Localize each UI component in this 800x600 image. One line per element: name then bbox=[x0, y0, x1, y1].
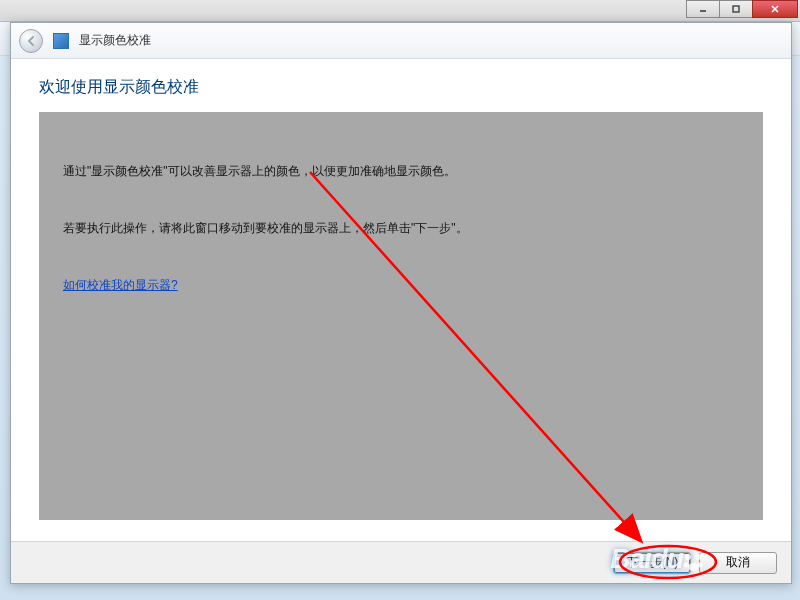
help-link[interactable]: 如何校准我的显示器? bbox=[63, 278, 178, 292]
dialog-title: 显示颜色校准 bbox=[79, 32, 151, 49]
maximize-icon bbox=[731, 4, 741, 14]
intro-paragraph-2: 若要执行此操作，请将此窗口移动到要校准的显示器上，然后单击"下一步"。 bbox=[63, 219, 739, 238]
next-button[interactable]: 下一步(N) bbox=[613, 552, 691, 574]
svg-rect-1 bbox=[733, 6, 739, 12]
close-icon bbox=[770, 4, 780, 14]
arrow-left-icon bbox=[25, 35, 37, 47]
color-calibration-dialog: 显示颜色校准 欢迎使用显示颜色校准 通过"显示颜色校准"可以改善显示器上的颜色，… bbox=[10, 22, 792, 584]
monitor-icon bbox=[53, 33, 69, 49]
window-controls bbox=[687, 0, 798, 18]
content-panel: 通过"显示颜色校准"可以改善显示器上的颜色，以便更加准确地显示颜色。 若要执行此… bbox=[39, 112, 763, 520]
dialog-header: 显示颜色校准 bbox=[11, 23, 791, 59]
back-button[interactable] bbox=[19, 29, 43, 53]
close-button[interactable] bbox=[752, 0, 798, 18]
explorer-titlebar bbox=[0, 0, 800, 22]
intro-paragraph-1: 通过"显示颜色校准"可以改善显示器上的颜色，以便更加准确地显示颜色。 bbox=[63, 162, 739, 181]
page-heading: 欢迎使用显示颜色校准 bbox=[39, 77, 763, 98]
dialog-footer: 下一步(N) 取消 bbox=[11, 541, 791, 583]
minimize-button[interactable] bbox=[686, 0, 720, 18]
dialog-body: 欢迎使用显示颜色校准 通过"显示颜色校准"可以改善显示器上的颜色，以便更加准确地… bbox=[11, 59, 791, 541]
minimize-icon bbox=[698, 4, 708, 14]
cancel-button[interactable]: 取消 bbox=[699, 552, 777, 574]
maximize-button[interactable] bbox=[719, 0, 753, 18]
